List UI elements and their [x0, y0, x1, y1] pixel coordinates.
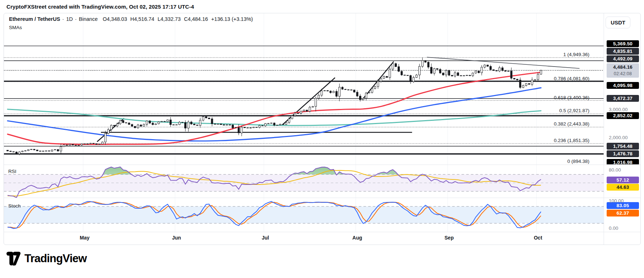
price-badge: 1,476.78: [607, 150, 639, 157]
legend-exchange: Binance: [79, 16, 98, 22]
time-axis[interactable]: MayJunJulAugSepOct: [4, 233, 604, 243]
time-axis-label: Jul: [253, 235, 278, 241]
footer-logo[interactable]: TradingView: [6, 251, 87, 266]
price-badge: 4,095.98: [607, 82, 639, 89]
footer-brand-text: TradingView: [24, 252, 87, 265]
current-price-badge: 4,484.1602:42:08: [607, 63, 639, 78]
indicator-legend[interactable]: SMAs: [9, 25, 22, 30]
price-badge: 3,472.37: [607, 95, 639, 102]
time-axis-label: Oct: [525, 235, 551, 241]
currency-button[interactable]: USDT: [606, 17, 630, 28]
time-axis-label: Aug: [345, 235, 370, 241]
current-price: 4,484.16: [607, 64, 639, 70]
price-badge: 4,835.81: [607, 48, 639, 55]
legend-low: L4,332.73: [158, 16, 181, 22]
legend-interval[interactable]: 1D: [66, 16, 73, 22]
legend-separator-1: ·: [62, 16, 64, 22]
price-badge: 1,754.48: [607, 143, 639, 150]
time-axis-label: Jun: [164, 235, 189, 241]
tradingview-logo-icon: [6, 251, 21, 266]
price-badge: 5,369.50: [607, 40, 639, 47]
price-badge: 1,016.98: [607, 159, 639, 165]
time-axis-label: May: [72, 235, 97, 241]
symbol-legend: Ethereum / TetherUS·1D·BinanceO4,348.03H…: [9, 16, 256, 22]
legend-close: C4,484.16: [184, 16, 208, 22]
main-price-badges: 5,369.504,835.814,492.094,095.983,472.37…: [4, 13, 641, 164]
time-axis-label: Sep: [436, 235, 462, 241]
legend-change: +136.13 (+3.13%): [211, 16, 253, 22]
legend-separator-2: ·: [75, 16, 77, 22]
legend-open: O4,348.03: [103, 16, 127, 22]
legend-symbol[interactable]: Ethereum / TetherUS: [9, 16, 60, 22]
attribution-note: CryptoFXStreet created with TradingView.…: [6, 4, 194, 10]
price-badge: 4,492.09: [607, 55, 639, 62]
rsi-label: RSI: [8, 169, 17, 174]
price-badge: 2,852.02: [607, 112, 639, 119]
stoch-label: Stoch: [8, 203, 21, 209]
bar-countdown: 02:42:08: [607, 70, 639, 77]
chart-frame: Ethereum / TetherUS·1D·BinanceO4,348.03H…: [4, 13, 641, 245]
legend-high: H4,516.74: [130, 16, 154, 22]
